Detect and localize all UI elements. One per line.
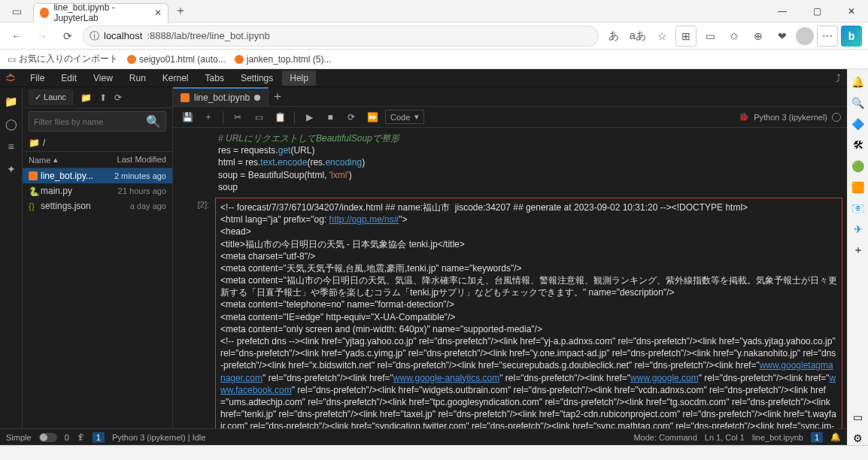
star-icon[interactable]: ☆ xyxy=(651,26,672,47)
run-button[interactable]: ▶ xyxy=(301,109,317,126)
header-modified[interactable]: Last Modified xyxy=(117,155,166,165)
url-input[interactable]: ⓘ localhost:8888/lab/tree/line_bot.ipynb xyxy=(83,26,599,47)
browser-titlebar: ▭ line_bot.ipynb - JupyterLab ✕ ＋ — ▢ ✕ xyxy=(0,0,868,23)
m365-icon[interactable]: 🟧 xyxy=(851,180,865,194)
file-row[interactable]: line_bot.ipy...2 minutes ago xyxy=(23,168,172,183)
reader-a-icon[interactable]: あ xyxy=(603,26,624,47)
code-cell[interactable]: # URLにリクエストしてBeautifulSoupで整形 res = requ… xyxy=(178,131,842,195)
close-window-button[interactable]: ✕ xyxy=(835,0,868,23)
menu-run[interactable]: Run xyxy=(122,71,153,86)
stop-button[interactable]: ■ xyxy=(322,109,338,126)
restart-button[interactable]: ⟳ xyxy=(343,109,360,126)
settings-side-icon[interactable]: ⚙ xyxy=(851,431,865,445)
bookmark-janken[interactable]: janken_top.html (5)... xyxy=(235,54,332,65)
simple-toggle[interactable] xyxy=(39,433,57,442)
forward-button[interactable]: → xyxy=(32,26,53,47)
kernel-status-icon xyxy=(832,113,841,122)
filter-box[interactable]: 🔍 xyxy=(29,111,166,132)
input-prompt xyxy=(178,131,215,195)
extensions-icon[interactable]: ✦ xyxy=(5,162,18,176)
jupyter-logo-icon[interactable] xyxy=(3,71,18,86)
upload-icon[interactable]: ⬆ xyxy=(99,92,107,103)
menu-kernel[interactable]: Kernel xyxy=(155,71,196,86)
add-side-icon[interactable]: ＋ xyxy=(851,244,865,257)
notebook-icon xyxy=(29,171,38,180)
refresh-files-icon[interactable]: ⟳ xyxy=(114,92,122,103)
notebook-area[interactable]: # URLにリクエストしてBeautifulSoupで整形 res = requ… xyxy=(173,128,847,428)
edge-sidebar: 🔔 🔍 🔷 🛠 🟢 🟧 📧 ✈ ＋ ▭ ⚙ xyxy=(847,69,868,445)
paste-button[interactable]: 📋 xyxy=(272,109,288,126)
chat-icon[interactable]: 🔔 xyxy=(851,75,865,89)
site-info-icon[interactable]: ⓘ xyxy=(90,29,99,43)
favorites-icon[interactable]: ✩ xyxy=(724,26,745,47)
header-name[interactable]: Name xyxy=(29,156,50,165)
insert-cell-button[interactable]: ＋ xyxy=(200,109,217,126)
shopping-icon[interactable]: 🔷 xyxy=(851,117,865,131)
collections-icon[interactable]: ▭ xyxy=(700,26,721,47)
breadcrumb[interactable]: 📁 / xyxy=(23,135,172,152)
minimize-button[interactable]: — xyxy=(766,0,799,23)
new-folder-icon[interactable]: 📁 xyxy=(80,92,92,103)
app-menu-icon[interactable]: ▭ xyxy=(6,1,27,22)
output-body[interactable]: <!-- forecast/7/37/6710/34207/index.html… xyxy=(215,198,842,428)
heart-icon[interactable]: ❤ xyxy=(772,26,793,47)
bookmark-import[interactable]: ▭ お気に入りのインポート xyxy=(8,53,118,65)
bing-icon[interactable]: b xyxy=(841,26,862,47)
menu-edit[interactable]: Edit xyxy=(53,71,84,86)
run-all-button[interactable]: ⏩ xyxy=(364,109,381,126)
browser-statusbar xyxy=(0,445,868,460)
menu-settings[interactable]: Settings xyxy=(233,71,281,86)
add-tab-button[interactable]: ＋ xyxy=(269,87,287,106)
menu-view[interactable]: View xyxy=(86,71,120,86)
notifications-badge[interactable]: 1 xyxy=(811,432,823,443)
cut-button[interactable]: ✂ xyxy=(229,109,246,126)
downloads-icon[interactable]: ⊕ xyxy=(748,26,769,47)
hide-side-icon[interactable]: ▭ xyxy=(851,410,865,424)
outlook-icon[interactable]: 📧 xyxy=(851,201,865,215)
save-button[interactable]: 💾 xyxy=(179,109,196,126)
filebrowser-icon[interactable]: 📁 xyxy=(5,95,18,108)
extension-icon[interactable]: ⊞ xyxy=(675,26,697,47)
menu-help[interactable]: Help xyxy=(282,71,316,86)
terminals-count[interactable]: 0 xyxy=(65,433,69,442)
share-icon[interactable]: ⤴ xyxy=(833,69,844,87)
search-icon: 🔍 xyxy=(146,114,161,129)
toc-icon[interactable]: ≡ xyxy=(5,140,18,153)
lncol-text[interactable]: Ln 1, Col 1 xyxy=(705,433,745,442)
celltype-select[interactable]: Code▾ xyxy=(385,110,424,124)
kernel-status-text[interactable]: Python 3 (ipykernel) | Idle xyxy=(112,433,206,442)
profile-avatar[interactable] xyxy=(796,27,814,45)
browser-tab[interactable]: line_bot.ipynb - JupyterLab ✕ xyxy=(33,3,168,23)
running-icon[interactable]: ◯ xyxy=(5,117,18,131)
refresh-button[interactable]: ⟳ xyxy=(57,26,78,47)
main-area: line_bot.ipynb ＋ 💾 ＋ ✂ ▭ 📋 ▶ ■ ⟳ ⏩ Code▾ xyxy=(173,87,847,428)
jupyter-icon xyxy=(40,8,49,18)
tools-icon[interactable]: 🛠 xyxy=(851,138,865,152)
games-icon[interactable]: 🟢 xyxy=(851,159,865,173)
send-icon[interactable]: ✈ xyxy=(851,222,865,236)
more-icon[interactable]: ⋯ xyxy=(817,26,838,47)
launcher-tab[interactable]: ✓ Launc xyxy=(29,89,73,105)
close-tab-icon[interactable]: ✕ xyxy=(154,8,162,18)
file-row[interactable]: 🐍main.py21 hours ago xyxy=(23,183,172,198)
menu-tabs[interactable]: Tabs xyxy=(198,71,232,86)
kernel-name[interactable]: Python 3 (ipykernel) xyxy=(754,113,827,122)
file-modified: a day ago xyxy=(130,201,166,210)
debug-icon[interactable]: 🐞 xyxy=(739,112,749,122)
unsaved-dot-icon xyxy=(254,95,260,101)
filter-input[interactable] xyxy=(34,117,146,126)
back-button[interactable]: ← xyxy=(6,26,27,47)
text-size-icon[interactable]: aあ xyxy=(627,26,648,47)
bookmark-seigyo[interactable]: seigyo01.html (auto... xyxy=(127,54,226,65)
file-row[interactable]: {}settings.jsona day ago xyxy=(23,198,172,213)
menu-file[interactable]: File xyxy=(23,71,52,86)
bell-icon[interactable]: 🔔 xyxy=(830,432,841,442)
tab-linebot[interactable]: line_bot.ipynb xyxy=(173,87,269,106)
code-body[interactable]: # URLにリクエストしてBeautifulSoupで整形 res = requ… xyxy=(215,131,842,195)
kernels-count[interactable]: 1 xyxy=(93,432,105,443)
python-icon: 🐍 xyxy=(29,186,38,195)
new-tab-button[interactable]: ＋ xyxy=(168,3,193,19)
copy-button[interactable]: ▭ xyxy=(250,109,267,126)
maximize-button[interactable]: ▢ xyxy=(800,0,833,23)
search-side-icon[interactable]: 🔍 xyxy=(851,96,865,110)
